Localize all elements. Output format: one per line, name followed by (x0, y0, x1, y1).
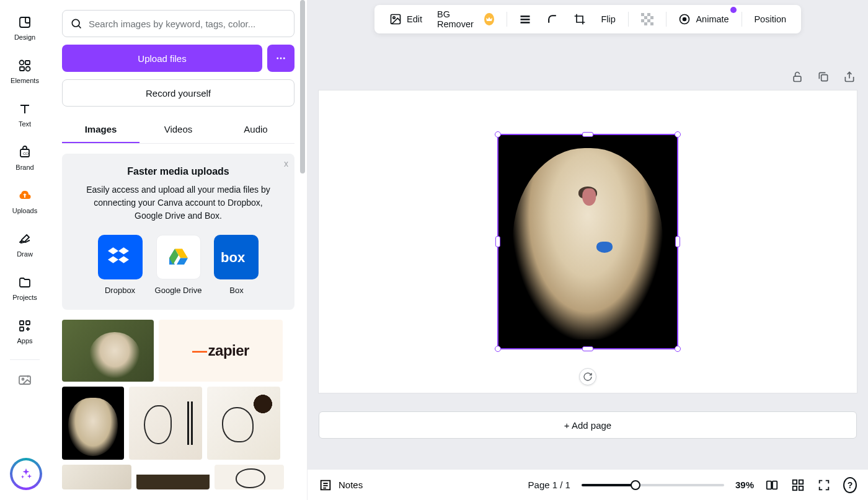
transparency-button[interactable] (635, 9, 660, 29)
rail-label: Brand (16, 164, 33, 171)
upload-thumbnail[interactable] (207, 387, 280, 460)
crown-icon (484, 13, 494, 25)
promo-description: Easily access and upload all your media … (74, 183, 282, 222)
connect-box[interactable]: box Box (214, 235, 259, 295)
magic-button[interactable] (10, 458, 42, 490)
svg-rect-36 (767, 481, 771, 489)
animate-button[interactable]: Animate (672, 9, 735, 29)
rail-brand[interactable]: CO Brand (2, 140, 47, 178)
grid-view-icon[interactable] (791, 478, 805, 492)
upload-thumbnail[interactable] (129, 387, 202, 460)
position-button[interactable]: Position (748, 11, 792, 28)
svg-rect-4 (20, 67, 24, 71)
svg-rect-38 (793, 480, 797, 483)
rail-projects[interactable]: Projects (2, 270, 47, 309)
page-indicator[interactable]: Page 1 / 1 (528, 480, 570, 490)
resize-handle-right[interactable] (675, 236, 680, 247)
selected-image[interactable] (497, 134, 678, 349)
zoom-value[interactable]: 39% (735, 480, 754, 490)
resize-handle-tl[interactable] (495, 131, 501, 138)
tab-images[interactable]: Images (62, 116, 140, 143)
rail-draw[interactable]: Draw (2, 227, 47, 265)
notes-button[interactable]: Notes (319, 478, 363, 492)
svg-rect-39 (799, 480, 803, 483)
fullscreen-icon[interactable] (817, 478, 831, 492)
upload-thumbnail[interactable] (62, 387, 124, 460)
notes-label: Notes (339, 480, 363, 490)
google-drive-icon (156, 235, 201, 279)
context-toolbar: Edit BG Remover Flip Animate (374, 5, 801, 33)
upload-thumbnail[interactable] (62, 320, 154, 382)
record-yourself-button[interactable]: Record yourself (62, 79, 294, 107)
duplicate-icon[interactable] (816, 69, 831, 84)
help-button[interactable]: ? (843, 478, 857, 492)
resize-handle-left[interactable] (495, 236, 500, 247)
close-icon[interactable]: x (284, 159, 288, 169)
corner-radius-button[interactable] (540, 9, 565, 29)
svg-point-5 (26, 67, 30, 71)
rotate-handle[interactable] (579, 368, 596, 385)
svg-rect-37 (773, 481, 777, 489)
upload-thumbnail[interactable] (136, 465, 210, 489)
rail-more[interactable] (2, 367, 47, 395)
connect-google-drive[interactable]: Google Drive (155, 235, 202, 295)
rail-label: Design (14, 33, 35, 41)
slider-thumb[interactable] (631, 480, 640, 490)
align-button[interactable] (513, 9, 538, 29)
upload-files-button[interactable]: Upload files (62, 45, 262, 72)
btn-label: BG Remover (437, 9, 477, 29)
search-input[interactable] (89, 19, 286, 29)
btn-label: Animate (696, 14, 728, 24)
resize-handle-top[interactable] (582, 132, 593, 137)
btn-label: Edit (407, 14, 422, 24)
tab-audio[interactable]: Audio (217, 116, 294, 143)
edit-image-button[interactable]: Edit (383, 9, 428, 29)
animate-icon (678, 13, 691, 25)
page-view-icon[interactable] (765, 478, 779, 492)
lock-icon[interactable] (790, 69, 805, 84)
btn-label: Position (754, 14, 786, 24)
rail-divider (10, 359, 40, 360)
connect-dropbox[interactable]: Dropbox (98, 235, 143, 295)
canvas-page[interactable] (319, 90, 857, 393)
rail-label: Elements (11, 77, 39, 84)
brand-icon: CO (17, 145, 32, 160)
design-icon (17, 15, 32, 30)
rail-label: Projects (12, 294, 37, 301)
svg-rect-10 (20, 327, 24, 331)
upload-more-button[interactable] (267, 45, 294, 72)
rail-label: Draw (17, 250, 33, 258)
help-icon: ? (843, 477, 857, 493)
projects-icon (17, 275, 32, 290)
rail-design[interactable]: Design (2, 10, 47, 48)
resize-handle-bl[interactable] (495, 346, 501, 352)
rail-text[interactable]: Text (2, 97, 47, 135)
share-icon[interactable] (842, 69, 857, 84)
svg-point-16 (283, 58, 285, 59)
search-field[interactable] (62, 10, 294, 37)
add-page-button[interactable]: + Add page (319, 411, 857, 439)
svg-rect-41 (799, 486, 803, 489)
bg-remover-button[interactable]: BG Remover (431, 6, 500, 33)
svg-text:CO: CO (23, 152, 29, 156)
svg-rect-27 (650, 16, 653, 19)
resize-handle-br[interactable] (675, 346, 681, 352)
uploads-gallery: zapier (62, 320, 294, 489)
elements-icon (17, 58, 32, 73)
zoom-slider[interactable] (582, 484, 724, 486)
svg-rect-20 (521, 15, 530, 17)
panel-scrollbar[interactable] (298, 0, 307, 500)
uploads-panel: Upload files Record yourself Images Vide… (50, 0, 308, 500)
upload-thumbnail[interactable]: zapier (159, 320, 283, 382)
rail-elements[interactable]: Elements (2, 53, 47, 92)
scrollbar-thumb[interactable] (300, 0, 305, 173)
upload-thumbnail[interactable] (62, 465, 131, 489)
resize-handle-bottom[interactable] (582, 346, 593, 351)
resize-handle-tr[interactable] (675, 131, 681, 138)
rail-apps[interactable]: Apps (2, 314, 47, 352)
rail-uploads[interactable]: Uploads (2, 183, 47, 222)
flip-button[interactable]: Flip (595, 11, 621, 28)
upload-thumbnail[interactable] (215, 465, 284, 489)
tab-videos[interactable]: Videos (140, 116, 217, 143)
crop-button[interactable] (567, 9, 592, 29)
